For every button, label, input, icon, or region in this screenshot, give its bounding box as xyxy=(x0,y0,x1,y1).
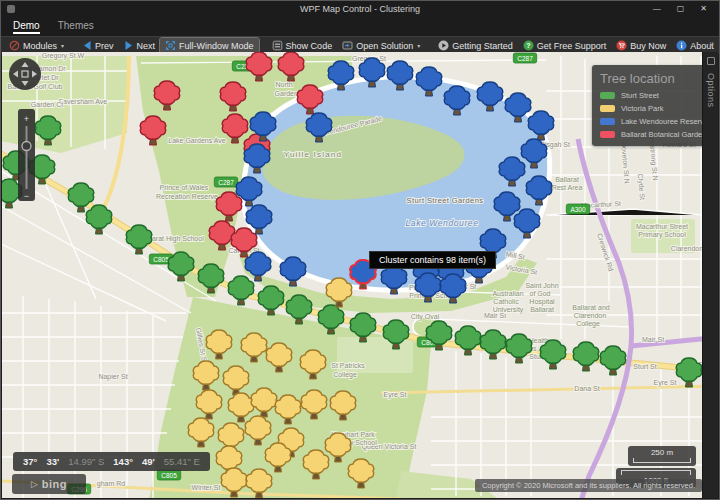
title-bar: WPF Map Control - Clustering — ▢ ✕ xyxy=(1,1,719,17)
map-label: Sturt Street Gardens xyxy=(407,196,484,205)
svg-text:C287: C287 xyxy=(218,179,234,186)
map-label: Napier St xyxy=(98,373,127,381)
compass-control[interactable] xyxy=(9,58,41,90)
tree-cluster-marker[interactable] xyxy=(86,205,112,234)
menu-bar: Demo Themes xyxy=(1,17,719,36)
map-label: Macarthur Street xyxy=(636,223,688,230)
zoom-slider-thumb[interactable] xyxy=(22,142,31,151)
legend-item: Victoria Park xyxy=(600,104,706,113)
road-shield: C287 xyxy=(214,177,237,187)
svg-text:C805: C805 xyxy=(153,256,169,263)
show-code-button[interactable]: Show Code xyxy=(267,38,338,53)
getting-started-button[interactable]: Getting Started xyxy=(433,38,518,53)
zoom-out-icon[interactable]: − xyxy=(24,191,29,201)
app-window: WPF Map Control - Clustering — ▢ ✕ Demo … xyxy=(0,0,720,500)
copyright-notice: Copyright © 2020 Microsoft and its suppl… xyxy=(475,479,702,492)
coordinates-bar: 37° 33' 14.99" S 143° 49' 55.41" E xyxy=(13,452,210,471)
legend-item: Lake Wendouree Reserve xyxy=(600,117,706,126)
legend-swatch xyxy=(600,105,615,112)
tree-cluster-marker[interactable] xyxy=(540,340,566,369)
svg-text:?: ? xyxy=(526,42,530,49)
bing-logo[interactable]: ▷ bing xyxy=(12,474,86,494)
tree-cluster-marker[interactable] xyxy=(600,346,626,375)
legend-swatch xyxy=(600,131,615,138)
scale-line xyxy=(621,470,691,475)
tab-themes[interactable]: Themes xyxy=(58,18,94,31)
scale-bar-metric: 250 m xyxy=(628,446,696,466)
tab-demo[interactable]: Demo xyxy=(13,18,40,34)
legend-label: Lake Wendouree Reserve xyxy=(621,117,708,126)
map-label: City Oval xyxy=(411,313,440,321)
tree-cluster-marker[interactable] xyxy=(228,276,254,305)
latitude-degrees: 37° xyxy=(23,456,37,467)
tree-cluster-marker[interactable] xyxy=(573,342,599,371)
show-code-icon xyxy=(272,40,283,51)
info-icon xyxy=(676,40,687,51)
map-viewport[interactable]: Gregory StGregory St WCinnamon DrScarlet… xyxy=(2,52,718,498)
map-label: North xyxy=(275,81,292,88)
map-label: Sturt St xyxy=(633,363,656,370)
map-label: Clyde St xyxy=(636,173,646,200)
full-window-icon xyxy=(165,40,176,51)
map-label: of God xyxy=(529,290,550,297)
maximize-button[interactable]: ▢ xyxy=(677,2,685,16)
zoom-in-icon[interactable]: + xyxy=(24,114,29,124)
modules-button[interactable]: Modules ▾ xyxy=(4,38,69,53)
map-label: Lake Wendouree xyxy=(406,218,479,228)
get-free-support-button[interactable]: ? Get Free Support xyxy=(518,38,612,53)
close-button[interactable]: ✕ xyxy=(700,2,707,16)
road-shield: C805 xyxy=(157,470,180,480)
svg-text:C287: C287 xyxy=(517,55,533,62)
road-shield: A300 xyxy=(566,204,589,214)
modules-icon xyxy=(9,40,20,51)
getting-started-icon xyxy=(438,40,449,51)
legend-item: Sturt Street xyxy=(600,91,706,100)
legend-swatch xyxy=(600,118,615,125)
toolbar-overflow-icon[interactable]: ∨ xyxy=(709,40,714,48)
bing-play-icon: ▷ xyxy=(31,479,38,489)
legend-label: Sturt Street xyxy=(621,91,659,100)
map-label: Mair St xyxy=(642,336,664,343)
next-icon xyxy=(124,40,134,51)
map-label: Ballarat xyxy=(555,176,579,183)
longitude-seconds: 55.41" E xyxy=(164,456,200,467)
map-label: Primary School xyxy=(638,231,686,239)
legend-item: Ballarat Botanical Gardens xyxy=(600,130,706,139)
options-panel-tab[interactable]: Options xyxy=(702,52,718,498)
map-label: College xyxy=(576,320,600,328)
prev-icon xyxy=(82,40,92,51)
map-label: Ballarat xyxy=(530,306,554,313)
map-label: Recreation Reserve xyxy=(156,193,218,200)
cart-icon xyxy=(616,40,627,51)
prev-button[interactable]: Prev xyxy=(77,38,119,53)
legend-panel: Tree location Sturt StreetVictoria ParkL… xyxy=(592,65,714,146)
road-shield: C287 xyxy=(513,53,536,63)
chevron-down-icon: ▾ xyxy=(61,42,64,49)
map-label: Catholic xyxy=(493,298,519,305)
map-label: Eyre St xyxy=(654,379,677,387)
buy-now-button[interactable]: Buy Now xyxy=(611,38,671,53)
cluster-tooltip: Cluster contains 98 item(s) xyxy=(369,251,496,269)
minimize-button[interactable]: — xyxy=(653,2,661,16)
window-title: WPF Map Control - Clustering xyxy=(1,4,719,14)
map-label: Hospital xyxy=(529,298,555,306)
longitude-degrees: 143° xyxy=(113,456,133,467)
map-label: Garden Ct xyxy=(31,101,63,108)
map-label: Lake Gardens Ave xyxy=(168,137,226,144)
map-label: University xyxy=(493,306,524,314)
svg-text:C805: C805 xyxy=(161,472,177,479)
map-label: Australian xyxy=(492,290,523,297)
next-button[interactable]: Next xyxy=(119,38,161,53)
map-label: Dana St xyxy=(574,385,599,392)
open-solution-icon xyxy=(342,40,353,51)
map-label: gham Rd xyxy=(97,480,126,488)
tree-cluster-marker[interactable] xyxy=(480,330,506,359)
full-window-mode-button[interactable]: Full-Window Mode xyxy=(160,38,259,53)
open-solution-button[interactable]: Open Solution ▾ xyxy=(337,38,425,53)
legend-items: Sturt StreetVictoria ParkLake Wendouree … xyxy=(600,91,706,139)
svg-text:A300: A300 xyxy=(570,206,586,213)
options-label: Options xyxy=(706,73,716,108)
tree-cluster-marker[interactable] xyxy=(455,326,481,355)
map-label: Eyre St xyxy=(384,391,407,399)
zoom-slider[interactable]: + − xyxy=(18,109,35,201)
